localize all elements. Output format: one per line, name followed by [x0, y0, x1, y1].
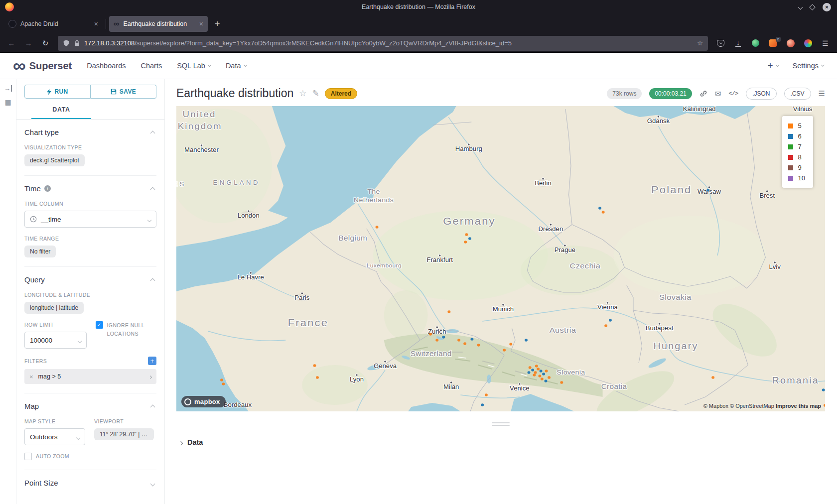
svg-text:Manchester: Manchester — [184, 147, 219, 153]
window-minimize-icon[interactable] — [798, 4, 803, 9]
data-panel-label: Data — [187, 438, 203, 446]
svg-text:Kingdom: Kingdom — [178, 122, 222, 131]
view-query-icon[interactable]: </> — [728, 91, 738, 97]
viewport-value[interactable]: 11° 28' 29.70" | 50... — [94, 428, 154, 440]
legend-item[interactable]: 8 — [788, 152, 805, 162]
superset-infinity-icon: ∞ — [13, 61, 25, 71]
improve-map-link[interactable]: Improve this map — [776, 403, 821, 409]
map-style-select[interactable]: Outdoors — [24, 428, 85, 445]
ignore-null-checkbox[interactable]: ✓ — [96, 321, 103, 329]
legend-swatch — [788, 165, 793, 170]
superset-logo[interactable]: ∞ Superset — [13, 60, 72, 72]
section-header-map[interactable]: Map — [24, 393, 156, 410]
share-link-icon[interactable] — [699, 90, 707, 98]
control-panel: RUN SAVE DATA Chart type VISUALIZATION T… — [16, 79, 165, 504]
tab-earthquake-distribution[interactable]: ∞ Earthquake distribution × — [109, 16, 208, 32]
filter-value: mag > 5 — [38, 373, 61, 380]
lonlat-label: LONGITUDE & LATITUDE — [24, 292, 156, 298]
browser-menu-icon[interactable]: ☰ — [819, 36, 832, 50]
forward-icon[interactable]: → — [22, 39, 35, 47]
row-limit-label: ROW LIMIT — [24, 322, 87, 328]
chevron-down-icon — [76, 435, 80, 439]
extension-green-icon[interactable] — [749, 36, 762, 50]
data-panel-toggle[interactable]: Data — [176, 438, 825, 447]
legend-item[interactable]: 5 — [788, 121, 805, 131]
lonlat-value[interactable]: longitude | latitude — [24, 302, 84, 314]
svg-text:France: France — [288, 317, 328, 328]
favorite-star-icon[interactable]: ☆ — [299, 88, 306, 99]
tab-close-icon[interactable]: × — [94, 20, 98, 28]
svg-text:ENGLAND: ENGLAND — [213, 180, 260, 186]
ignore-null-label: IGNORE NULL LOCATIONS — [107, 321, 157, 338]
window-maximize-icon[interactable] — [809, 4, 816, 10]
downloads-icon[interactable]: ↓ — [731, 36, 745, 50]
legend-item[interactable]: 7 — [788, 141, 805, 152]
panel-tabs: DATA — [16, 101, 164, 120]
pocket-icon[interactable] — [714, 36, 727, 50]
row-limit-select[interactable]: 100000 — [24, 332, 87, 349]
time-column-select[interactable]: __time — [24, 211, 156, 228]
profile-avatar-icon[interactable] — [784, 36, 797, 50]
svg-text:Belgium: Belgium — [338, 235, 367, 242]
extension-pinwheel-icon[interactable] — [801, 36, 815, 50]
run-button[interactable]: RUN — [24, 85, 91, 99]
map-attribution[interactable]: © Mapbox © OpenStreetMap Improve this ma… — [703, 403, 821, 409]
chart-menu-icon[interactable]: ☰ — [819, 89, 825, 98]
legend-item[interactable]: 10 — [788, 173, 805, 183]
tab-data[interactable]: DATA — [31, 101, 91, 119]
legend-swatch — [788, 144, 793, 149]
chevron-up-icon — [150, 187, 155, 192]
settings-menu[interactable]: Settings — [793, 62, 824, 70]
back-icon[interactable]: ← — [5, 39, 18, 47]
datasource-grid-icon[interactable]: ▦ — [4, 99, 11, 106]
chevron-down-icon — [77, 339, 81, 343]
filter-item[interactable]: × mag > 5 — [24, 369, 156, 384]
window-close-icon[interactable]: × — [823, 3, 831, 11]
legend-item[interactable]: 6 — [788, 131, 805, 141]
viz-type-value[interactable]: deck.gl Scatterplot — [24, 154, 85, 166]
export-json-button[interactable]: .JSON — [746, 88, 776, 100]
export-csv-button[interactable]: .CSV — [784, 88, 811, 100]
caret-down-icon — [821, 63, 825, 67]
section-header-time[interactable]: Time i — [24, 176, 156, 193]
lock-icon[interactable] — [74, 40, 80, 46]
map-canvas[interactable]: UnitedKingdomENGLANDESTheNetherlandsBelg… — [176, 106, 825, 411]
filter-expand-icon[interactable] — [149, 373, 151, 380]
expand-datasource-icon[interactable]: → — [4, 85, 12, 92]
svg-text:Lyon: Lyon — [350, 377, 364, 383]
auto-zoom-checkbox[interactable] — [24, 453, 32, 460]
edit-properties-icon[interactable]: ✎ — [312, 88, 319, 99]
reload-icon[interactable]: ↻ — [39, 39, 52, 48]
tab-close-icon[interactable]: × — [199, 20, 203, 28]
new-item-button[interactable]: + — [767, 60, 778, 71]
nav-dashboards[interactable]: Dashboards — [87, 62, 126, 70]
chart-title: Earthquake distribution — [176, 87, 293, 100]
nav-sql-lab[interactable]: SQL Lab — [177, 62, 211, 70]
extension-blocker-icon[interactable]: 2 — [766, 36, 780, 50]
nav-data[interactable]: Data — [226, 62, 247, 70]
svg-text:Warsaw: Warsaw — [698, 189, 721, 195]
controls-scroll[interactable]: Chart type VISUALIZATION TYPE deck.gl Sc… — [16, 120, 164, 504]
url-bar[interactable]: 172.18.0.3:32108/superset/explore/?form_… — [58, 36, 708, 51]
new-tab-button[interactable]: + — [211, 19, 224, 29]
save-button[interactable]: SAVE — [91, 85, 156, 99]
bookmark-star-icon[interactable]: ☆ — [697, 39, 703, 47]
shield-icon[interactable] — [63, 39, 70, 47]
add-filter-button[interactable]: + — [148, 357, 156, 365]
legend-label: 10 — [798, 174, 805, 182]
email-icon[interactable]: ✉ — [715, 89, 721, 98]
tab-apache-druid[interactable]: Apache Druid × — [4, 16, 103, 32]
section-header-chart-type[interactable]: Chart type — [24, 120, 156, 136]
mapbox-logo[interactable]: mapbox — [181, 396, 226, 407]
svg-text:Luxembourg: Luxembourg — [367, 262, 402, 268]
panel-resize-handle[interactable] — [492, 422, 510, 426]
window-title: Earthquake distribution — Mozilla Firefo… — [362, 3, 475, 10]
remove-filter-icon[interactable]: × — [29, 373, 33, 380]
map-style-label: MAP STYLE — [24, 418, 85, 424]
nav-charts[interactable]: Charts — [140, 62, 162, 70]
legend-item[interactable]: 9 — [788, 162, 805, 173]
section-header-query[interactable]: Query — [24, 267, 156, 284]
chevron-up-icon — [150, 405, 155, 410]
time-range-value[interactable]: No filter — [24, 246, 56, 257]
section-header-point-size[interactable]: Point Size — [24, 470, 156, 487]
